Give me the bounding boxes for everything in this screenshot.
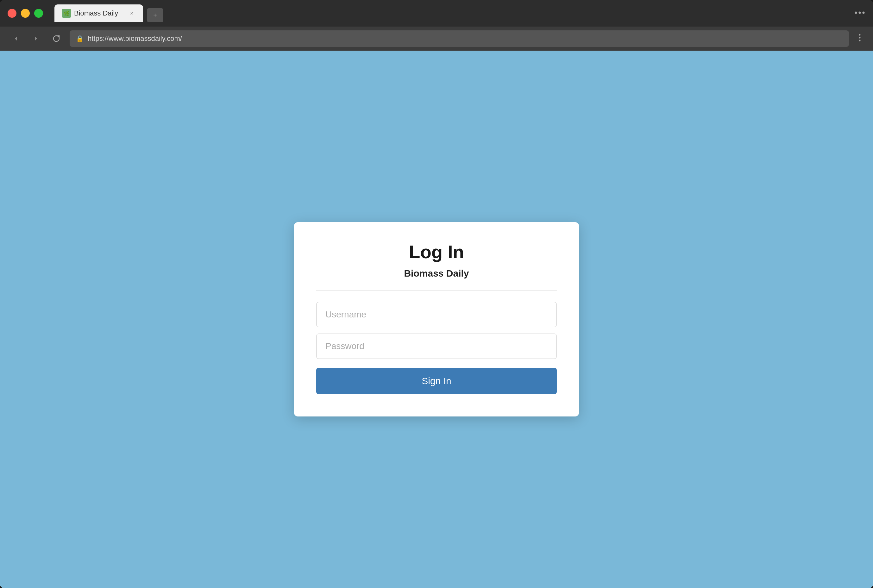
lock-icon: 🔒: [76, 35, 84, 42]
password-input[interactable]: [316, 333, 557, 359]
svg-point-1: [859, 12, 861, 14]
tab-bar: 🌿 Biomass Daily × +: [54, 4, 849, 22]
browser-window: 🌿 Biomass Daily × +: [0, 0, 873, 588]
browser-menu-icon[interactable]: [854, 9, 866, 18]
back-button[interactable]: [9, 32, 23, 46]
close-button[interactable]: [8, 9, 16, 18]
sign-in-button[interactable]: Sign In: [316, 368, 557, 394]
overflow-menu-button[interactable]: [855, 33, 864, 44]
address-bar[interactable]: 🔒 https://www.biomassdaily.com/: [70, 30, 849, 47]
new-tab-button[interactable]: +: [147, 8, 164, 22]
url-text: https://www.biomassdaily.com/: [88, 34, 182, 43]
tab-title: Biomass Daily: [74, 9, 118, 17]
svg-point-5: [859, 39, 861, 41]
svg-point-3: [859, 34, 861, 36]
viewport: Log In Biomass Daily Sign In: [0, 51, 873, 588]
active-tab[interactable]: 🌿 Biomass Daily ×: [54, 4, 143, 22]
svg-point-0: [855, 12, 857, 14]
title-bar: 🌿 Biomass Daily × +: [0, 0, 873, 27]
tab-favicon: 🌿: [62, 9, 71, 18]
login-subheading: Biomass Daily: [316, 268, 557, 279]
maximize-button[interactable]: [34, 9, 43, 18]
traffic-lights: [8, 9, 43, 18]
tab-close-button[interactable]: ×: [128, 9, 135, 17]
reload-button[interactable]: [50, 32, 63, 46]
svg-point-2: [862, 12, 865, 14]
svg-point-4: [859, 37, 861, 38]
forward-button[interactable]: [29, 32, 43, 46]
username-input[interactable]: [316, 302, 557, 327]
divider: [316, 290, 557, 291]
login-heading: Log In: [316, 241, 557, 262]
minimize-button[interactable]: [21, 9, 30, 18]
toolbar: 🔒 https://www.biomassdaily.com/: [0, 27, 873, 51]
login-card: Log In Biomass Daily Sign In: [294, 222, 579, 417]
